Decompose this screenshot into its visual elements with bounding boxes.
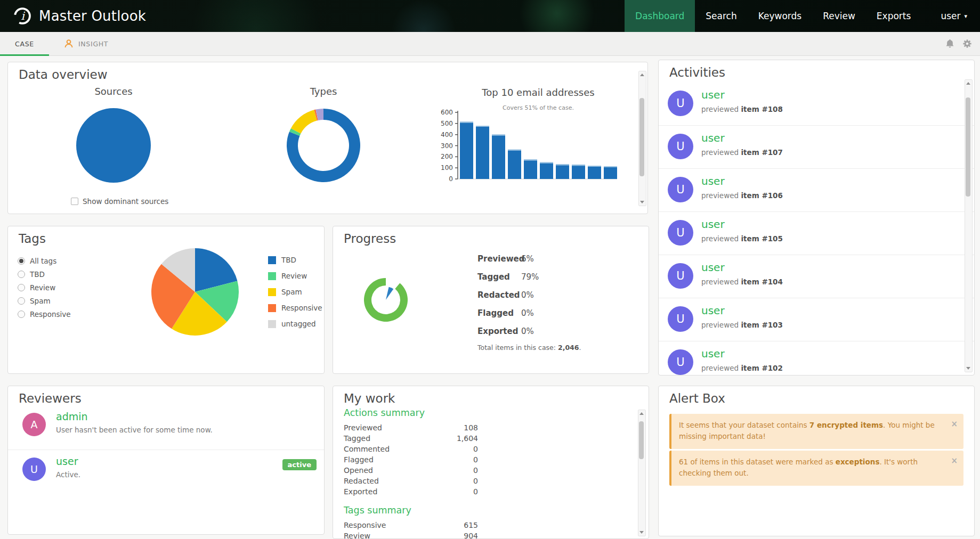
radio-input[interactable] [18, 311, 25, 318]
legend-label: TBD [281, 256, 296, 264]
tag-filter-option: TBD [18, 267, 71, 281]
tab-case[interactable]: CASE [0, 32, 49, 55]
activity-action: previewed [701, 364, 741, 372]
scroll-up-button[interactable] [639, 71, 645, 78]
my-work-content: Actions summary Previewed 108 Tagged 1,6… [344, 407, 478, 539]
activity-row: U user previewed item #107 [659, 126, 974, 169]
types-donut-chart [284, 105, 363, 185]
caret-down-icon: ▾ [964, 13, 967, 20]
radio-input[interactable] [18, 284, 25, 291]
legend-swatch [268, 288, 276, 296]
total-items-prefix: Total items in this case: [477, 344, 558, 352]
legend-swatch [268, 256, 276, 264]
legend-label: Responsive [281, 304, 322, 312]
top-emails-chart-title: Top 10 email addresses [429, 87, 647, 98]
tab-insight-label: INSIGHT [78, 40, 108, 48]
activity-user-link[interactable]: user [701, 304, 725, 317]
progress-stat-row: Previewed 6% [477, 250, 539, 268]
scroll-up-button[interactable] [965, 80, 971, 87]
scrollbar[interactable] [638, 410, 646, 536]
progress-stat-row: Flagged 0% [477, 304, 539, 322]
nav-item-label: Search [706, 11, 736, 21]
nav-item-label: Dashboard [635, 11, 684, 21]
avatar: U [668, 349, 693, 375]
reviewer-name-link[interactable]: user [56, 455, 78, 467]
progress-stat-row: Tagged 79% [477, 268, 539, 286]
progress-gauge-chart [359, 273, 412, 326]
nav-item[interactable]: Dashboard [625, 0, 695, 32]
summary-label: Redacted [344, 476, 379, 486]
nav-item[interactable]: Review [812, 0, 866, 32]
stat-label: Exported [477, 326, 521, 336]
radio-input[interactable] [18, 271, 25, 278]
reviewer-row: A admin User hasn't been active for some… [8, 405, 324, 450]
panel-title: Progress [344, 232, 396, 246]
activity-user-link[interactable]: user [701, 218, 725, 231]
activity-description: previewed item #102 [701, 364, 783, 372]
tabbar-icons [945, 32, 980, 55]
scroll-thumb[interactable] [639, 421, 644, 459]
close-icon[interactable]: × [951, 455, 958, 467]
scroll-up-button[interactable] [638, 410, 644, 417]
activity-user-link[interactable]: user [701, 132, 725, 144]
activity-user-link[interactable]: user [701, 88, 725, 101]
nav-item[interactable]: Search [695, 0, 747, 32]
activity-action: previewed [701, 234, 741, 243]
stat-label: Redacted [477, 290, 521, 300]
scroll-thumb[interactable] [639, 98, 644, 176]
svg-text:100: 100 [441, 164, 453, 172]
user-menu[interactable]: user ▾ [930, 0, 980, 32]
scroll-thumb[interactable] [966, 97, 970, 197]
tags-panel: Tags All tags TBD Review Spam Responsive… [7, 226, 325, 374]
svg-text:300: 300 [441, 142, 453, 150]
activity-user-link[interactable]: user [701, 175, 725, 187]
activity-row: U user previewed item #108 [659, 83, 974, 126]
activity-user-link[interactable]: user [701, 347, 725, 360]
activity-action: previewed [701, 191, 741, 200]
avatar: U [668, 134, 693, 159]
activity-user-link[interactable]: user [701, 261, 725, 274]
summary-label: Tagged [344, 433, 370, 444]
reviewer-status: User hasn't been active for some time no… [56, 426, 213, 434]
activity-action: previewed [701, 105, 741, 113]
stat-value: 0% [521, 290, 534, 300]
notifications-icon[interactable] [945, 39, 954, 48]
progress-stat-row: Exported 0% [477, 322, 539, 340]
nav-item-label: Review [823, 11, 855, 21]
nav-item-label: Exports [877, 11, 911, 21]
scrollbar[interactable] [638, 71, 646, 206]
stat-value: 6% [521, 254, 534, 264]
brand[interactable]: i Master Outlook [0, 0, 146, 32]
total-items-value: 2,046 [558, 344, 579, 352]
scrollbar[interactable] [965, 79, 973, 372]
alert-text-bold: exceptions [836, 458, 880, 466]
close-icon[interactable]: × [951, 419, 958, 430]
radio-label: Responsive [30, 310, 71, 318]
scroll-down-button[interactable] [638, 529, 644, 536]
summary-value: 904 [464, 530, 478, 539]
tags-summary-heading: Tags summary [344, 505, 478, 516]
total-items-suffix: . [579, 344, 581, 352]
tab-case-label: CASE [15, 40, 34, 48]
radio-input[interactable] [18, 257, 25, 265]
scroll-down-button[interactable] [639, 199, 645, 206]
legend-swatch [268, 304, 276, 312]
activity-row: U user previewed item #104 [659, 255, 974, 298]
tag-filter-option: Responsive [18, 307, 71, 321]
legend-swatch [268, 320, 276, 328]
show-dominant-sources-checkbox[interactable] [71, 198, 78, 205]
summary-label: Review [344, 530, 370, 539]
scroll-down-button[interactable] [965, 365, 971, 372]
user-menu-label: user [941, 11, 960, 21]
svg-text:500: 500 [441, 120, 453, 127]
nav-item[interactable]: Exports [866, 0, 922, 32]
progress-stats: Previewed 6% Tagged 79% Redacted 0% Flag… [477, 250, 539, 340]
tab-insight[interactable]: INSIGHT [49, 32, 123, 55]
settings-icon[interactable] [962, 39, 972, 48]
nav-item[interactable]: Keywords [748, 0, 812, 32]
summary-row: Exported 0 [344, 486, 478, 497]
reviewer-name-link[interactable]: admin [56, 411, 88, 422]
activity-action: previewed [701, 277, 741, 286]
reviewer-row: U user Active. active [8, 450, 324, 494]
radio-input[interactable] [18, 297, 25, 305]
